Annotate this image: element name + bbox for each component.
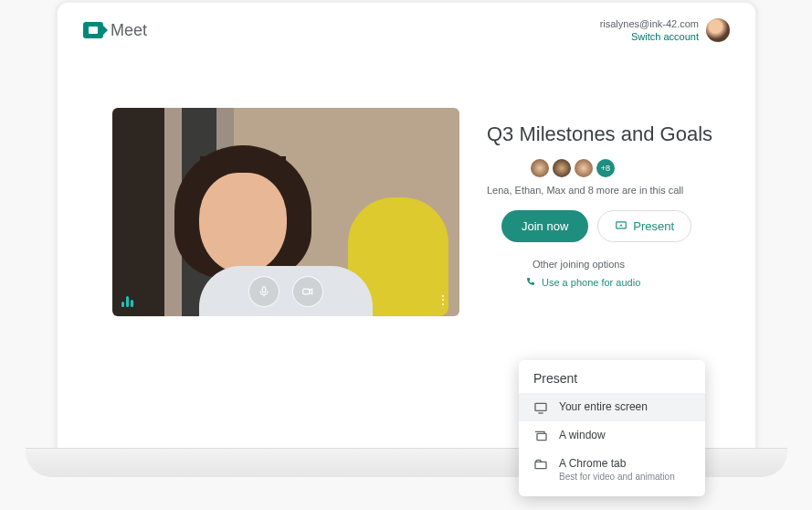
use-phone-label: Use a phone for audio bbox=[542, 277, 640, 288]
participant-avatar bbox=[531, 159, 549, 177]
window-icon bbox=[533, 430, 548, 442]
account-area: risalynes@ink-42.com Switch account bbox=[600, 17, 730, 44]
present-menu-title: Present bbox=[519, 371, 705, 393]
menu-item-label: A Chrome tab bbox=[559, 457, 675, 470]
phone-icon bbox=[525, 277, 536, 288]
present-option-entire-screen[interactable]: Your entire screen bbox=[519, 393, 705, 421]
menu-item-label: Your entire screen bbox=[559, 400, 648, 413]
svg-rect-4 bbox=[537, 433, 546, 440]
preview-more-button[interactable]: ⋮ bbox=[434, 292, 452, 307]
screen-icon bbox=[533, 401, 548, 414]
participant-avatar bbox=[553, 159, 571, 177]
svg-rect-1 bbox=[303, 289, 310, 294]
brand-name: Meet bbox=[111, 21, 147, 40]
meet-logo-icon bbox=[83, 22, 103, 38]
main-content: ⋮ Q3 Milestones and Goals +8 Lena, Ethan… bbox=[58, 44, 755, 316]
present-icon bbox=[615, 220, 627, 231]
other-options-label: Other joining options bbox=[487, 259, 722, 270]
toggle-camera-button[interactable] bbox=[292, 276, 323, 307]
camera-icon bbox=[301, 285, 314, 298]
mic-icon bbox=[258, 285, 270, 298]
present-option-window[interactable]: A window bbox=[519, 421, 705, 450]
present-menu: Present Your entire screen A window A Ch… bbox=[519, 360, 705, 496]
svg-rect-3 bbox=[535, 403, 546, 410]
participant-avatar bbox=[575, 159, 593, 177]
participant-avatars: +8 bbox=[487, 159, 722, 177]
brand: Meet bbox=[83, 21, 147, 40]
participants-text: Lena, Ethan, Max and 8 more are in this … bbox=[487, 185, 722, 196]
menu-item-label: A window bbox=[559, 429, 606, 441]
use-phone-link[interactable]: Use a phone for audio bbox=[487, 277, 722, 288]
header: Meet risalynes@ink-42.com Switch account bbox=[58, 3, 755, 44]
account-email: risalynes@ink-42.com bbox=[600, 17, 699, 30]
video-preview: ⋮ bbox=[112, 108, 459, 316]
tab-icon bbox=[533, 458, 548, 471]
preview-controls bbox=[248, 276, 323, 307]
svg-rect-0 bbox=[262, 286, 266, 292]
audio-level-icon bbox=[121, 296, 133, 307]
participant-overflow-badge: +8 bbox=[596, 159, 615, 177]
present-button-label: Present bbox=[633, 219, 674, 233]
toggle-mic-button[interactable] bbox=[248, 276, 279, 307]
account-avatar[interactable] bbox=[706, 18, 730, 42]
meeting-title: Q3 Milestones and Goals bbox=[487, 122, 722, 146]
switch-account-link[interactable]: Switch account bbox=[600, 30, 699, 43]
svg-rect-5 bbox=[535, 462, 546, 468]
present-option-chrome-tab[interactable]: A Chrome tab Best for video and animatio… bbox=[519, 450, 705, 489]
join-panel: Q3 Milestones and Goals +8 Lena, Ethan, … bbox=[487, 108, 722, 316]
present-button[interactable]: Present bbox=[597, 210, 691, 242]
join-now-button[interactable]: Join now bbox=[501, 210, 588, 242]
menu-item-sublabel: Best for video and animation bbox=[559, 472, 675, 482]
